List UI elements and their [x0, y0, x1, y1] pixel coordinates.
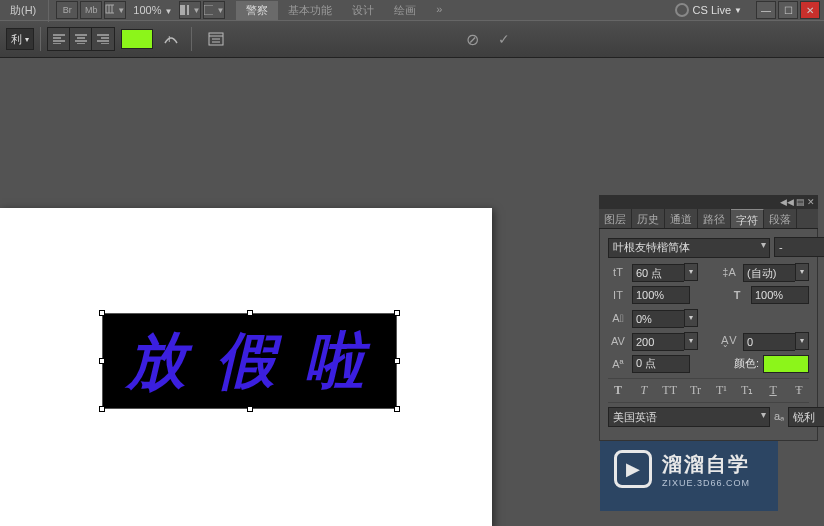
text-color-swatch[interactable] [121, 29, 153, 49]
svg-rect-5 [204, 5, 213, 15]
handle-ml[interactable] [99, 358, 105, 364]
panel-menu-button[interactable]: ▤ [796, 197, 805, 207]
workspace-more[interactable]: » [426, 1, 452, 20]
toggle-panels-button[interactable] [202, 27, 230, 51]
grid-icon [105, 4, 114, 16]
handle-mr[interactable] [394, 358, 400, 364]
tab-paths[interactable]: 路径 [698, 209, 731, 228]
baseline-pct-input[interactable] [632, 310, 684, 328]
panel-tabs: 图层 历史 通道 路径 字符 段落 [599, 209, 818, 229]
leading-icon: ‡A [719, 263, 739, 281]
kerning-dropdown[interactable]: ▾ [795, 332, 809, 350]
font-size-input[interactable] [632, 264, 684, 282]
tab-character[interactable]: 字符 [731, 209, 764, 228]
font-size-dropdown[interactable]: ▾ [684, 263, 698, 281]
tab-channels[interactable]: 通道 [665, 209, 698, 228]
cs-live-icon [675, 3, 689, 17]
handle-br[interactable] [394, 406, 400, 412]
baseline-shift-icon: Aª [608, 355, 628, 373]
tab-history[interactable]: 历史 [632, 209, 665, 228]
menu-help[interactable]: 助(H) [4, 3, 42, 18]
allcaps-button[interactable]: TT [660, 383, 680, 398]
align-right-icon [97, 34, 109, 44]
arrange-docs-button[interactable]: ▼ [179, 1, 201, 19]
watermark-title: 溜溜自学 [662, 451, 750, 478]
faux-italic-button[interactable]: T [634, 383, 654, 398]
language-select[interactable] [608, 407, 770, 427]
options-bar: 利▾ I ⊘ ✓ [0, 20, 824, 58]
zoom-level[interactable]: 100%▼ [133, 4, 172, 16]
baseline-pct-dropdown[interactable]: ▾ [684, 309, 698, 327]
bridge-button[interactable]: Br [56, 1, 78, 19]
tab-layers[interactable]: 图层 [599, 209, 632, 228]
vscale-input[interactable] [632, 286, 690, 304]
align-center-button[interactable] [70, 28, 92, 50]
chevron-down-icon: ▼ [734, 6, 742, 15]
align-left-button[interactable] [48, 28, 70, 50]
handle-tl[interactable] [99, 310, 105, 316]
workspace-tab-3[interactable]: 绘画 [384, 1, 426, 20]
font-family-select[interactable] [608, 238, 770, 258]
faux-bold-button[interactable]: T [608, 383, 628, 398]
svg-rect-0 [106, 5, 114, 13]
tracking-dropdown[interactable]: ▾ [684, 332, 698, 350]
commit-edit-button[interactable]: ✓ [490, 27, 518, 51]
window-controls: — ☐ ✕ [754, 1, 820, 19]
smallcaps-button[interactable]: Tr [686, 383, 706, 398]
type-style-row: T T TT Tr T¹ T₁ T Ŧ [608, 378, 809, 403]
divider [48, 0, 49, 22]
superscript-button[interactable]: T¹ [711, 383, 731, 398]
document[interactable]: 放 假 啦 [0, 208, 492, 526]
text-content[interactable]: 放 假 啦 [127, 319, 371, 403]
canvas-area: 放 假 啦 ◀◀ ▤ ✕ 图层 历史 通道 路径 字符 段落 [0, 58, 824, 526]
workspace-tab-2[interactable]: 设计 [342, 1, 384, 20]
subscript-button[interactable]: T₁ [737, 383, 757, 398]
strikethrough-button[interactable]: Ŧ [789, 383, 809, 398]
character-panel: ◀◀ ▤ ✕ 图层 历史 通道 路径 字符 段落 tT ▾ ‡A ▾ [599, 195, 818, 441]
text-layer[interactable]: 放 假 啦 [103, 314, 396, 408]
vscale-icon: IT [608, 286, 628, 304]
chevron-down-icon: ▼ [117, 6, 125, 15]
panels-icon [208, 32, 224, 46]
hscale-icon: T [727, 286, 747, 304]
antialias-select[interactable] [788, 407, 824, 427]
menu-bar: 助(H) Br Mb ▼ 100%▼ ▼ ▼ 警察 基本功能 设计 绘画 » C… [0, 0, 824, 20]
leading-input[interactable] [743, 264, 795, 282]
view-extras-button[interactable]: ▼ [104, 1, 126, 19]
kerning-input[interactable] [743, 333, 795, 351]
tab-paragraph[interactable]: 段落 [764, 209, 797, 228]
cs-live[interactable]: CS Live ▼ [667, 3, 750, 17]
antialias-mode-select[interactable]: 利▾ [6, 28, 34, 50]
cancel-edit-button[interactable]: ⊘ [458, 27, 486, 51]
baseline-pct-icon: Aͫ [608, 309, 628, 327]
maximize-button[interactable]: ☐ [778, 1, 798, 19]
close-button[interactable]: ✕ [800, 1, 820, 19]
font-style-select[interactable] [774, 237, 824, 257]
tracking-icon: AV [608, 332, 628, 350]
kerning-icon: A̬V [719, 332, 739, 350]
baseline-shift-input[interactable] [632, 355, 690, 373]
tracking-input[interactable] [632, 333, 684, 351]
minibridge-button[interactable]: Mb [80, 1, 102, 19]
workspace-tab-1[interactable]: 基本功能 [278, 1, 342, 20]
svg-rect-3 [180, 5, 185, 15]
divider [40, 27, 41, 51]
align-right-button[interactable] [92, 28, 114, 50]
panel-close-button[interactable]: ✕ [807, 197, 815, 207]
underline-button[interactable]: T [763, 383, 783, 398]
font-size-icon: tT [608, 263, 628, 281]
panel-collapse-button[interactable]: ◀◀ [780, 197, 794, 207]
antialias-icon: aₐ [774, 408, 784, 426]
warp-text-button[interactable]: I [157, 27, 185, 51]
handle-tm[interactable] [247, 310, 253, 316]
minimize-button[interactable]: — [756, 1, 776, 19]
panel-topbar: ◀◀ ▤ ✕ [599, 195, 818, 209]
workspace-tab-0[interactable]: 警察 [236, 1, 278, 20]
handle-bm[interactable] [247, 406, 253, 412]
screen-mode-button[interactable]: ▼ [203, 1, 225, 19]
handle-tr[interactable] [394, 310, 400, 316]
text-color-swatch-panel[interactable] [763, 355, 809, 373]
handle-bl[interactable] [99, 406, 105, 412]
hscale-input[interactable] [751, 286, 809, 304]
leading-dropdown[interactable]: ▾ [795, 263, 809, 281]
